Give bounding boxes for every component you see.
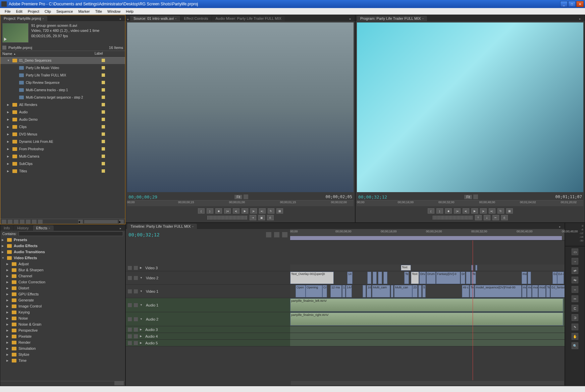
clip[interactable]: 23 — [412, 285, 418, 297]
panel-menu-icon[interactable]: ▸ — [120, 227, 124, 231]
overwrite-icon[interactable]: ▣ — [258, 215, 265, 220]
rolling-tool-icon[interactable]: ⇆ — [572, 277, 578, 283]
loop-icon[interactable]: ↻ — [497, 208, 504, 214]
goto-next-icon[interactable]: ▸| — [259, 208, 266, 214]
track-content[interactable]: partylife_finalmix_right.WAV — [290, 312, 565, 326]
razor-tool-icon[interactable]: ✂ — [572, 295, 578, 302]
label-swatch[interactable] — [102, 118, 105, 121]
track-header[interactable]: ▶Video 3 — [126, 265, 290, 271]
close-button[interactable]: ✕ — [576, 1, 584, 7]
audio-clip[interactable]: partylife_finalmix_right.WAV — [290, 313, 563, 326]
scroll-left-icon[interactable]: ◂ — [78, 220, 83, 224]
project-tab[interactable]: Project: Partylife.prproj × — [0, 16, 47, 21]
track-content[interactable]: OpenOpeningCr12 ma114A16Multi_camMulti_c… — [290, 285, 565, 298]
twisty-icon[interactable]: ▶ — [6, 323, 10, 326]
effect-subfolder[interactable]: ▶Adjust — [0, 261, 125, 267]
label-swatch[interactable] — [102, 59, 105, 62]
effect-subfolder[interactable]: ▶Stylize — [0, 351, 125, 357]
clip[interactable] — [367, 272, 371, 284]
effects-list[interactable]: ▶Presets▶Audio Effects▶Audio Transitions… — [0, 237, 125, 381]
lock-icon[interactable] — [134, 266, 138, 270]
sequence-row[interactable]: Party Life Music Video — [0, 64, 125, 71]
effect-subfolder[interactable]: ▶Noise — [0, 315, 125, 321]
set-in-icon[interactable]: { — [428, 208, 434, 214]
twisty-icon[interactable]: ▶ — [6, 281, 10, 284]
twisty-icon[interactable]: ▶ — [6, 299, 10, 302]
snap-icon[interactable] — [266, 232, 271, 237]
program-ruler[interactable]: 00;0000;00;16;0000;00;32;0000;00;48;0000… — [357, 200, 583, 206]
twisty-icon[interactable]: ▶ — [6, 311, 10, 314]
label-swatch[interactable] — [102, 88, 105, 92]
effect-subfolder[interactable]: ▶Perspective — [0, 327, 125, 333]
clip[interactable] — [528, 272, 531, 284]
twisty-icon[interactable]: ▶ — [6, 335, 10, 338]
clip[interactable]: Te — [471, 272, 476, 284]
clip[interactable]: model_sequence[DV]Final-00 — [475, 285, 522, 297]
list-view-icon[interactable] — [2, 220, 6, 224]
clip[interactable]: Open — [296, 285, 306, 297]
sequence-row[interactable]: Multi-Camera tracks - step 1 — [0, 86, 125, 94]
extract-icon[interactable]: ⇣ — [484, 215, 490, 220]
twisty-icon[interactable]: ▼ — [140, 276, 143, 279]
twisty-icon[interactable]: ▼ — [140, 318, 143, 321]
twisty-icon[interactable]: ▶ — [7, 118, 10, 121]
lock-icon[interactable] — [134, 289, 138, 293]
twisty-icon[interactable]: ▶ — [2, 250, 5, 254]
export-frame-icon[interactable]: ⎙ — [267, 215, 274, 220]
effect-subfolder[interactable]: ▶Pixelate — [0, 333, 125, 339]
lock-icon[interactable] — [134, 303, 138, 307]
bin-row[interactable]: ▶Audio — [0, 108, 125, 116]
eye-icon[interactable] — [128, 289, 132, 293]
source-tab[interactable]: Source: 01 intro walk.avi× — [130, 16, 180, 21]
clip[interactable]: Te — [546, 285, 550, 297]
twisty-icon[interactable]: ▼ — [140, 290, 143, 293]
goto-prev-icon[interactable]: |◂ — [224, 208, 231, 214]
twisty-icon[interactable]: ▶ — [7, 125, 10, 128]
twisty-icon[interactable]: ▶ — [6, 269, 10, 272]
twisty-icon[interactable]: ▶ — [7, 133, 10, 136]
clip[interactable]: Cr — [322, 285, 327, 297]
clip[interactable]: 12 ma — [330, 285, 342, 297]
lock-icon[interactable] — [134, 317, 138, 321]
scrollbar[interactable] — [84, 220, 118, 223]
bin-row[interactable]: ▶From Photoshop — [0, 145, 125, 153]
bin-row[interactable]: ▶Titles — [0, 167, 125, 175]
clip[interactable]: 5 — [422, 285, 426, 297]
track-content[interactable]: Text_Overlay-001[open]014TeTextDruDrumFa… — [290, 271, 565, 284]
twisty-icon[interactable]: ▶ — [6, 359, 10, 362]
project-bin-list[interactable]: ▼01_Demo SequencesParty Life Music Video… — [0, 57, 125, 219]
new-bin-icon[interactable] — [26, 220, 31, 224]
bin-row[interactable]: ▶Dynamic Link From AE — [0, 138, 125, 145]
insert-icon[interactable]: ⇥ — [250, 215, 256, 220]
horizontal-scrollbar[interactable] — [291, 381, 564, 385]
track-header[interactable]: ▶Audio 3 — [126, 326, 290, 333]
twisty-icon[interactable]: ▶ — [140, 335, 142, 338]
effect-folder[interactable]: ▶Presets — [0, 237, 125, 243]
menu-clip[interactable]: Clip — [42, 9, 54, 14]
clip[interactable] — [383, 272, 387, 284]
effect-subfolder[interactable]: ▶Time — [0, 357, 125, 363]
program-video[interactable] — [357, 22, 583, 192]
eye-icon[interactable] — [128, 276, 132, 280]
minimize-button[interactable]: _ — [560, 1, 568, 7]
sequence-row[interactable]: Party Life Trailer FULL MIX — [0, 71, 125, 79]
zoom-dropdown-icon[interactable] — [244, 194, 248, 199]
effect-subfolder[interactable]: ▶Generate — [0, 297, 125, 303]
track-select-tool-icon[interactable]: → — [572, 258, 578, 265]
mute-icon[interactable] — [128, 303, 132, 307]
zoom-tool-icon[interactable]: 🔍 — [572, 342, 578, 349]
menu-sequence[interactable]: Sequence — [54, 9, 76, 14]
clip[interactable]: mo — [527, 285, 532, 297]
step-fwd-icon[interactable]: |▸ — [480, 208, 487, 214]
bin-row[interactable]: ▶Audio Demo — [0, 116, 125, 123]
label-swatch[interactable] — [102, 125, 105, 128]
clip[interactable]: Dru — [419, 272, 426, 284]
automate-icon[interactable] — [14, 220, 18, 224]
lift-icon[interactable]: ⇡ — [475, 215, 482, 220]
source-ruler[interactable]: 00;0000;00;00;1500;00;01;0000;00;01;1500… — [127, 200, 354, 206]
clip[interactable]: 14A — [346, 285, 352, 297]
marker-icon[interactable]: ◆ — [445, 208, 452, 214]
source-video[interactable] — [127, 22, 354, 192]
label-swatch[interactable] — [102, 96, 105, 99]
clip[interactable] — [378, 272, 382, 284]
